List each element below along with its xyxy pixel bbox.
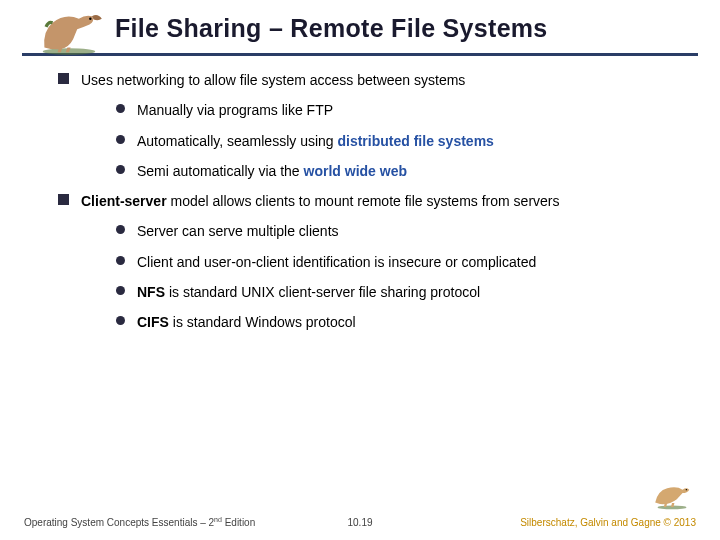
sub-bullet-list: Server can serve multiple clientsClient … [58, 221, 698, 332]
dinosaur-icon [28, 6, 110, 56]
bullet-level-2: NFS is standard UNIX client-server file … [116, 282, 698, 302]
slide-content: Uses networking to allow file system acc… [0, 56, 720, 333]
sub-bullet-text: Manually via programs like FTP [137, 100, 333, 120]
svg-point-1 [89, 17, 91, 19]
footer-edition: Edition [222, 517, 255, 528]
bullet-level-2: Semi automatically via the world wide we… [116, 161, 698, 181]
sub-bullet-text: CIFS is standard Windows protocol [137, 312, 356, 332]
footer-left: Operating System Concepts Essentials – 2… [24, 516, 255, 528]
circle-bullet-icon [116, 316, 125, 325]
circle-bullet-icon [116, 256, 125, 265]
sub-bullet-text: Semi automatically via the world wide we… [137, 161, 407, 181]
footer-page-number: 10.19 [347, 517, 372, 528]
footer-copyright: Silberschatz, Galvin and Gagne © 2013 [520, 517, 696, 528]
bullet-level-1: Uses networking to allow file system acc… [58, 70, 698, 90]
circle-bullet-icon [116, 165, 125, 174]
bullet-level-2: Client and user-on-client identification… [116, 252, 698, 272]
sub-bullet-text: Automatically, seamlessly using distribu… [137, 131, 494, 151]
bullet-level-2: Server can serve multiple clients [116, 221, 698, 241]
circle-bullet-icon [116, 135, 125, 144]
svg-point-3 [686, 489, 687, 490]
sub-bullet-text: Server can serve multiple clients [137, 221, 339, 241]
slide-footer: Operating System Concepts Essentials – 2… [0, 516, 720, 528]
square-bullet-icon [58, 73, 69, 84]
circle-bullet-icon [116, 286, 125, 295]
slide-header: File Sharing – Remote File Systems [0, 0, 720, 49]
bullet-text: Uses networking to allow file system acc… [81, 70, 465, 90]
square-bullet-icon [58, 194, 69, 205]
bullet-text: Client-server model allows clients to mo… [81, 191, 560, 211]
circle-bullet-icon [116, 225, 125, 234]
sub-bullet-text: Client and user-on-client identification… [137, 252, 536, 272]
dinosaur-small-icon [648, 476, 696, 510]
slide-title: File Sharing – Remote File Systems [115, 14, 700, 43]
circle-bullet-icon [116, 104, 125, 113]
sub-bullet-list: Manually via programs like FTPAutomatica… [58, 100, 698, 181]
sub-bullet-text: NFS is standard UNIX client-server file … [137, 282, 480, 302]
footer-edition-sup: nd [214, 516, 222, 523]
bullet-level-2: CIFS is standard Windows protocol [116, 312, 698, 332]
bullet-level-2: Manually via programs like FTP [116, 100, 698, 120]
footer-book-title: Operating System Concepts Essentials – 2 [24, 517, 214, 528]
bullet-level-1: Client-server model allows clients to mo… [58, 191, 698, 211]
bullet-level-2: Automatically, seamlessly using distribu… [116, 131, 698, 151]
